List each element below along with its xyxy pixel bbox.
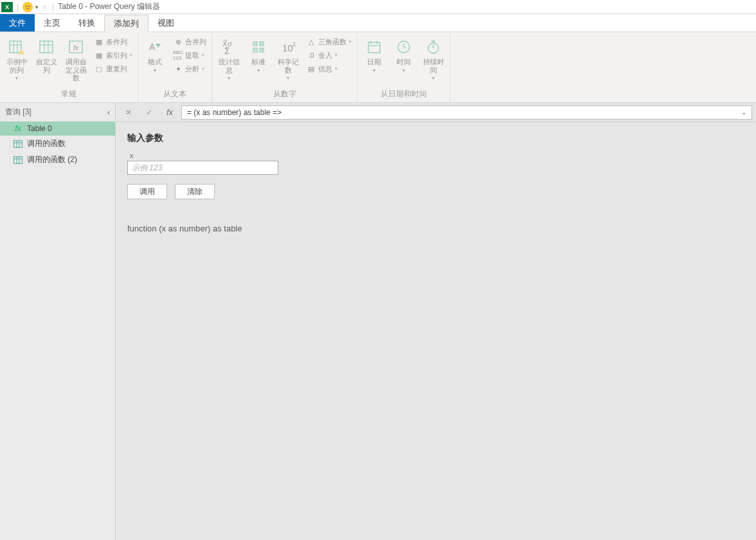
svg-rect-37 [14, 140, 22, 147]
tab-file[interactable]: 文件 [0, 14, 35, 32]
queries-pane-header: 查询 [3] ‹ [0, 103, 115, 122]
svg-rect-2 [10, 41, 21, 53]
svg-text:+: + [254, 41, 257, 47]
chevron-down-icon: ▾ [402, 68, 405, 73]
stopwatch-icon [424, 37, 443, 57]
parse-button[interactable]: ✦分析▾ [172, 63, 208, 75]
extract-button[interactable]: ABC123提取▾ [172, 50, 208, 61]
trig-icon: △ [306, 37, 316, 47]
calc-icon: +−×÷ [249, 37, 268, 57]
vertical-sep-2: | [52, 3, 54, 12]
tab-transform[interactable]: 转换 [69, 14, 104, 32]
svg-line-32 [404, 47, 406, 48]
round-button[interactable]: .0舍入▾ [305, 50, 353, 61]
query-item-label: Table 0 [27, 124, 52, 133]
queries-count-label: 查询 [3] [5, 107, 32, 118]
standard-button[interactable]: +−×÷ 标准 ▾ [246, 35, 271, 73]
statistics-button[interactable]: X̄σΣ 统计信息 ▾ [216, 35, 242, 81]
titlebar: X | ▾ = | Table 0 - Power Query 编辑器 [0, 0, 756, 14]
parse-icon: ✦ [173, 64, 183, 74]
info-button[interactable]: ▤信息▾ [305, 63, 353, 75]
svg-text:10: 10 [282, 42, 293, 53]
query-item-invoked1[interactable]: 调用的函数 [0, 136, 115, 152]
duration-button[interactable]: 持续时间 ▾ [420, 35, 446, 81]
formula-expand-icon[interactable]: ⌄ [741, 109, 746, 116]
table-query-icon [13, 156, 23, 165]
invoke-custom-function-button[interactable]: fx 调用自定义函数 [63, 35, 89, 82]
qat-dropdown-icon[interactable]: ▾ [35, 4, 39, 10]
vertical-sep: | [17, 3, 19, 12]
merge-columns-button[interactable]: ⊕合并列 [172, 36, 208, 48]
param-input[interactable]: 示例 123 [127, 161, 278, 175]
query-item-invoked2[interactable]: 调用的函数 (2) [0, 152, 115, 168]
invoke-button[interactable]: 调用 [127, 184, 167, 199]
formula-confirm-button[interactable]: ✓ [140, 105, 158, 120]
trig-button[interactable]: △三角函数▾ [305, 36, 353, 48]
svg-rect-7 [40, 41, 53, 53]
chevron-down-icon: ▾ [130, 53, 132, 58]
chevron-down-icon: ▾ [335, 53, 338, 58]
chevron-down-icon: ▾ [257, 68, 260, 73]
scientific-button[interactable]: 102 科学记数 ▾ [275, 35, 301, 81]
index-icon: ▦ [94, 50, 104, 60]
title-sep: = [42, 3, 47, 12]
chevron-down-icon: ▾ [373, 68, 375, 73]
ribbon-group-number: X̄σΣ 统计信息 ▾ +−×÷ 标准 ▾ 102 科学记数 ▾ △三角函数▾ … [212, 32, 357, 102]
time-button[interactable]: 时间 ▾ [391, 35, 417, 73]
function-invoke-panel: 输入参数 x 示例 123 调用 清除 function (x as numbe… [116, 122, 756, 244]
exponent-icon: 102 [278, 37, 298, 57]
conditional-column-button[interactable]: ▦条件列 [93, 36, 134, 48]
date-button[interactable]: 日期 ▾ [361, 35, 387, 73]
panel-heading: 输入参数 [127, 132, 744, 144]
merge-icon: ⊕ [173, 37, 183, 47]
chevron-down-icon: ▾ [432, 75, 435, 81]
param-label: x [130, 152, 744, 159]
svg-rect-41 [14, 156, 22, 163]
group-label-general: 常规 [4, 87, 134, 101]
column-from-examples-button[interactable]: 示例中的列 ▾ [4, 35, 30, 81]
formula-input[interactable]: = (x as number) as table => ⌄ [181, 105, 752, 120]
index-column-button[interactable]: ▦索引列▾ [93, 50, 134, 61]
clock-icon [394, 37, 413, 57]
svg-rect-26 [368, 42, 380, 53]
custom-column-button[interactable]: 自定义列 [33, 35, 59, 74]
query-item-label: 调用的函数 (2) [27, 154, 77, 165]
table-star-icon [7, 37, 26, 57]
fx-label-icon: fx [161, 105, 179, 120]
svg-marker-6 [17, 49, 25, 55]
tab-view[interactable]: 视图 [148, 14, 183, 32]
duplicate-column-button[interactable]: ▢重复列 [93, 63, 134, 75]
duplicate-icon: ▢ [94, 64, 104, 74]
formula-text: = (x as number) as table => [187, 108, 282, 117]
clear-button[interactable]: 清除 [175, 184, 215, 199]
svg-text:fx: fx [73, 44, 79, 51]
function-signature: function (x as number) as table [127, 224, 744, 233]
table-icon [37, 37, 56, 57]
tab-home[interactable]: 主页 [35, 14, 69, 32]
format-button[interactable]: A 格式 ▾ [142, 35, 168, 73]
svg-text:÷: ÷ [260, 48, 264, 53]
formula-cancel-button[interactable]: ✕ [120, 105, 138, 120]
ribbon-tabs: 文件 主页 转换 添加列 视图 [0, 14, 756, 32]
query-item-table0[interactable]: fx Table 0 [0, 122, 115, 136]
chevron-down-icon: ▾ [15, 75, 18, 81]
svg-point-0 [26, 5, 27, 6]
ribbon-group-text: A 格式 ▾ ⊕合并列 ABC123提取▾ ✦分析▾ 从文本 [138, 32, 212, 102]
smiley-icon[interactable] [22, 2, 33, 12]
window-title: Table 0 - Power Query 编辑器 [58, 1, 160, 12]
chevron-down-icon: ▾ [335, 66, 338, 71]
svg-point-1 [28, 5, 30, 6]
fx-query-icon: fx [13, 124, 23, 133]
tab-addcolumn[interactable]: 添加列 [104, 15, 148, 32]
group-label-text: 从文本 [142, 87, 208, 101]
main-area: ✕ ✓ fx = (x as number) as table => ⌄ 输入参… [116, 103, 756, 540]
conditional-icon: ▦ [94, 37, 104, 47]
round-icon: .0 [306, 50, 316, 60]
svg-text:Σ: Σ [224, 46, 230, 55]
chevron-down-icon: ▾ [202, 53, 204, 58]
collapse-pane-icon[interactable]: ‹ [107, 108, 110, 117]
chevron-down-icon: ▾ [287, 75, 289, 81]
excel-icon: X [1, 2, 13, 12]
ribbon-group-datetime: 日期 ▾ 时间 ▾ 持续时间 ▾ 从日期和时间 [357, 32, 451, 102]
format-icon: A [145, 37, 165, 57]
